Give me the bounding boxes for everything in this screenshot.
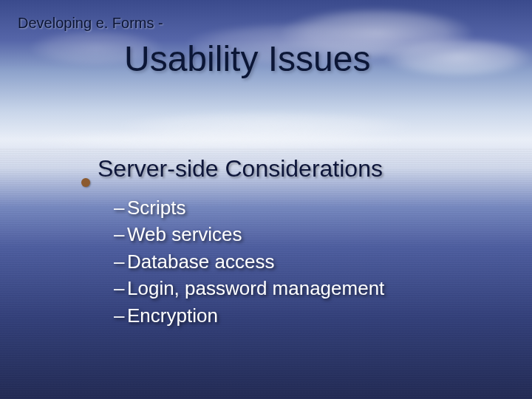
bullet-icon [81, 178, 90, 187]
sublist: –Scripts –Web services –Database access … [114, 194, 495, 329]
list-item: –Encryption [114, 302, 495, 329]
list-item-label: Database access [127, 250, 274, 273]
content-block: Server-side Considerations –Scripts –Web… [81, 155, 495, 329]
main-point-text: Server-side Considerations [98, 155, 383, 183]
list-item: –Login, password management [114, 275, 495, 301]
list-item-label: Scripts [127, 197, 185, 219]
breadcrumb: Developing e. Forms - [18, 15, 163, 32]
list-item: –Web services [114, 221, 495, 248]
main-point-row: Server-side Considerations [81, 155, 495, 183]
slide-title: Usability Issues [124, 38, 370, 79]
list-item-label: Web services [127, 223, 242, 245]
list-item-label: Encryption [127, 304, 218, 327]
slide: Developing e. Forms - Usability Issues S… [0, 0, 532, 399]
list-item-label: Login, password management [127, 277, 384, 299]
list-item: –Scripts [114, 194, 495, 221]
list-item: –Database access [114, 248, 495, 275]
